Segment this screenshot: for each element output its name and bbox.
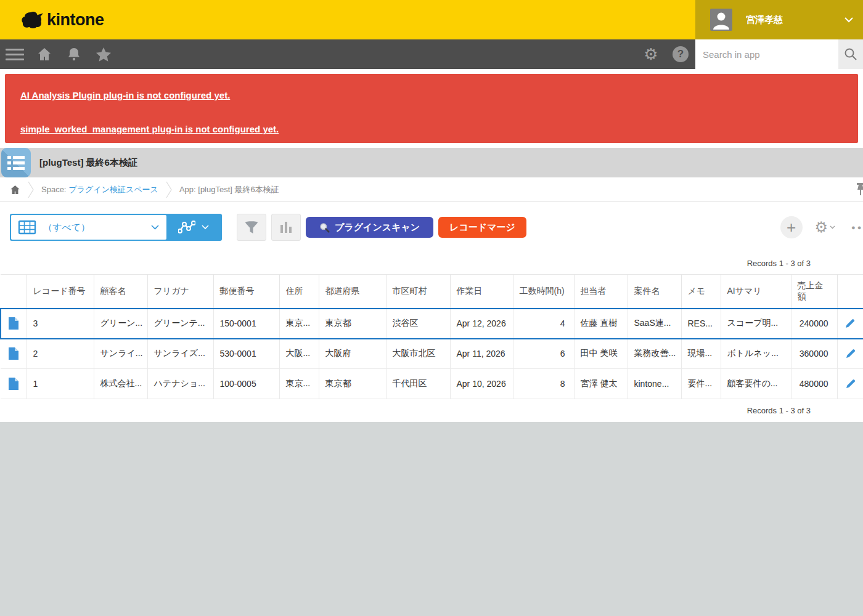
table-header-row: レコード番号 顧客名 フリガナ 郵便番号 住所 都道府県 市区町村 作業日 工数…: [1, 275, 863, 309]
brand-header: kintone 宮澤孝慈: [0, 0, 863, 39]
cell-ai-summary: スコープ明...: [721, 309, 791, 339]
record-tools: + ⚙ ●●●: [780, 214, 863, 241]
app-icon: [1, 148, 31, 177]
table-row[interactable]: 2 サンライ... サンライズ... 530-0001 大阪... 大阪府 大阪…: [1, 339, 863, 369]
cell-project: 業務改善...: [628, 339, 681, 369]
filter-button[interactable]: [237, 214, 266, 241]
graph-view-button[interactable]: [166, 215, 221, 240]
user-name: 宮澤孝慈: [746, 14, 845, 26]
col-header: AIサマリ: [721, 275, 791, 309]
edit-record-icon[interactable]: [845, 348, 856, 359]
add-record-button[interactable]: +: [780, 216, 803, 238]
cell-customer: グリーン...: [94, 309, 147, 339]
notifications-bell-icon[interactable]: [59, 39, 89, 69]
cell-hours: 8: [513, 369, 574, 399]
record-document-icon[interactable]: [9, 317, 18, 330]
app-title: [plugTest] 最終6本検証: [39, 157, 137, 169]
record-merge-button[interactable]: レコードマージ: [438, 217, 526, 238]
cell-memo: 要件...: [681, 369, 721, 399]
col-header: 工数時間(h): [513, 275, 574, 309]
home-icon[interactable]: [30, 39, 59, 69]
chart-button[interactable]: [271, 214, 301, 241]
cell-address: 大阪...: [279, 339, 319, 369]
cell-city: 渋谷区: [386, 309, 450, 339]
cell-hours: 4: [513, 309, 574, 339]
cell-project: SaaS連...: [628, 309, 681, 339]
cell-prefecture: 東京都: [319, 309, 386, 339]
records-table: レコード番号 顧客名 フリガナ 郵便番号 住所 都道府県 市区町村 作業日 工数…: [0, 274, 863, 399]
cell-assignee: 佐藤 直樹: [574, 309, 628, 339]
cell-memo: 現場...: [681, 339, 721, 369]
kintone-cloud-icon: [21, 10, 43, 29]
breadcrumb-space-link[interactable]: プラグイン検証スペース: [68, 184, 158, 195]
app-titlebar: [plugTest] 最終6本検証: [0, 148, 863, 177]
alert-link-worked-management[interactable]: simple worked management plug-in is not …: [20, 124, 279, 134]
hamburger-menu-icon[interactable]: [0, 39, 30, 69]
chevron-down-icon: [830, 225, 835, 229]
cell-project: kintone...: [628, 369, 681, 399]
breadcrumb-home-icon[interactable]: [10, 185, 20, 195]
chevron-down-icon: [151, 225, 159, 230]
cell-zip: 530-0001: [213, 339, 279, 369]
table-row[interactable]: 1 株式会社... ハテナショ... 100-0005 東京... 東京都 千代…: [1, 369, 863, 399]
gear-icon: ⚙: [815, 220, 828, 235]
more-options-button[interactable]: ●●●: [851, 224, 863, 231]
chevron-down-icon: [845, 17, 853, 23]
kintone-logo[interactable]: kintone: [21, 10, 104, 30]
cell-sales: 480000: [791, 369, 837, 399]
col-header: 郵便番号: [213, 275, 279, 309]
app-search: [695, 39, 863, 69]
col-header: 顧客名: [94, 275, 147, 309]
edit-record-icon[interactable]: [845, 318, 856, 329]
records-count-top: Records 1 - 3 of 3: [0, 259, 863, 269]
cell-address: 東京...: [279, 369, 319, 399]
breadcrumb-app-label: App: [plugTest] 最終6本検証: [179, 184, 279, 195]
cell-zip: 150-0001: [213, 309, 279, 339]
cell-prefecture: 大阪府: [319, 339, 386, 369]
col-header: 都道府県: [319, 275, 386, 309]
col-header: メモ: [681, 275, 721, 309]
col-header-icon: [1, 275, 27, 309]
cell-city: 千代田区: [386, 369, 450, 399]
cell-city: 大阪市北区: [386, 339, 450, 369]
table-view-icon: [18, 220, 36, 235]
cell-record-no: 1: [27, 369, 94, 399]
favorites-star-icon[interactable]: [89, 39, 118, 69]
col-header-edit: [837, 275, 863, 309]
search-button[interactable]: [838, 39, 863, 69]
col-header: 市区町村: [386, 275, 450, 309]
col-header: 案件名: [628, 275, 681, 309]
col-header: フリガナ: [147, 275, 213, 309]
help-icon[interactable]: ?: [666, 39, 695, 69]
cell-customer: サンライ...: [94, 339, 147, 369]
bar-chart-icon: [279, 221, 293, 234]
kintone-logo-text: kintone: [47, 10, 104, 30]
view-selector[interactable]: （すべて）: [11, 215, 166, 240]
cell-record-no: 3: [27, 309, 94, 339]
table-row[interactable]: 3 グリーン... グリーンテ... 150-0001 東京... 東京都 渋谷…: [1, 309, 863, 339]
settings-gear-icon[interactable]: ⚙: [636, 39, 666, 69]
cell-zip: 100-0005: [213, 369, 279, 399]
plugin-scan-button[interactable]: プラグインスキャン: [306, 217, 433, 238]
cell-furigana: グリーンテ...: [147, 309, 213, 339]
pin-icon[interactable]: [856, 182, 863, 198]
cell-customer: 株式会社...: [94, 369, 147, 399]
cell-work-date: Apr 10, 2026: [450, 369, 513, 399]
cell-work-date: Apr 12, 2026: [450, 309, 513, 339]
record-document-icon[interactable]: [9, 347, 18, 360]
record-document-icon[interactable]: [9, 378, 18, 390]
cell-work-date: Apr 11, 2026: [450, 339, 513, 369]
alert-link-ai-analysis[interactable]: AI Analysis Plugin plug-in is not config…: [20, 90, 230, 100]
breadcrumb-separator-icon: [166, 180, 172, 199]
plugin-alert-banner: AI Analysis Plugin plug-in is not config…: [5, 74, 858, 143]
search-input[interactable]: [695, 39, 838, 69]
app-settings-button[interactable]: ⚙: [815, 220, 836, 235]
breadcrumb-separator-icon: [28, 180, 34, 199]
edit-record-icon[interactable]: [845, 378, 856, 389]
col-header: 売上金額: [791, 275, 837, 309]
cell-ai-summary: 顧客要件の...: [721, 369, 791, 399]
user-menu[interactable]: 宮澤孝慈: [695, 0, 863, 39]
user-avatar: [710, 9, 732, 31]
funnel-icon: [244, 220, 259, 235]
view-selector-group: （すべて）: [10, 214, 222, 241]
